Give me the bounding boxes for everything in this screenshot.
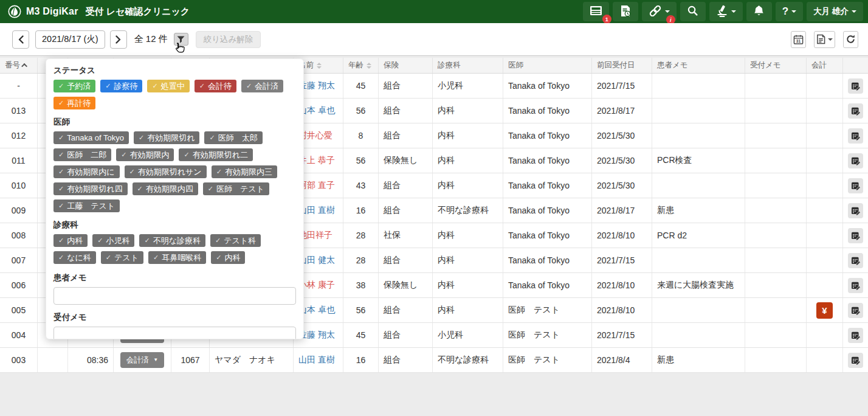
check-icon: ✓	[152, 82, 157, 90]
user-menu-button[interactable]: 大月 雄介	[807, 2, 863, 21]
filter-badge[interactable]: ✓会計済	[241, 80, 283, 92]
refresh-button[interactable]	[843, 31, 858, 48]
sort-ascending-icon	[21, 63, 27, 69]
check-icon: ✓	[209, 134, 215, 142]
edit-reservation-button[interactable]	[848, 128, 863, 144]
calendar-edit-icon	[851, 331, 861, 340]
cell-insurance: 社保	[379, 223, 433, 248]
app-header: M3 DigiKar 受付 レセ確認クリニック 1	[0, 0, 868, 23]
calendar-edit-icon	[851, 231, 861, 240]
edit-reservation-button[interactable]	[848, 153, 863, 168]
cell-last-visit: 2021/8/10	[592, 298, 652, 322]
filter-badge[interactable]: ✓小児科	[92, 234, 134, 247]
header-patient-memo: 患者メモ	[652, 58, 745, 73]
calendar-view-button[interactable]: 31	[791, 31, 806, 48]
cell-last-visit: 2021/7/15	[592, 248, 652, 272]
filter-badge[interactable]: ✓診察待	[100, 80, 142, 92]
patient-name-link[interactable]: 山田 直樹	[298, 355, 335, 366]
filter-badge[interactable]: ✓Tanaka of Tokyo	[53, 131, 129, 144]
filter-badge[interactable]: ✓有効期限切れ	[134, 131, 200, 144]
document-clock-icon	[619, 5, 632, 19]
cell-accept-time: 08:36	[68, 348, 114, 372]
calendar-icon: 31	[793, 34, 804, 45]
filter-badge[interactable]: ✓テスト科	[210, 234, 261, 247]
cell-patient-memo	[652, 298, 745, 322]
edit-reservation-button[interactable]	[848, 228, 863, 243]
lab-menu-button[interactable]	[709, 2, 743, 21]
search-button[interactable]	[680, 2, 706, 21]
cell-edit	[843, 198, 868, 223]
filter-badge[interactable]: ✓有効期限内三	[212, 165, 277, 178]
filter-badge[interactable]: ✓予約済	[53, 80, 95, 92]
cell-last-visit: 2021/8/10	[592, 223, 652, 248]
calendar-edit-icon	[851, 356, 861, 365]
header-age[interactable]: 年齢	[343, 58, 379, 73]
document-history-button[interactable]	[613, 2, 638, 21]
filter-badge[interactable]: ✓医師 太郎	[204, 131, 262, 144]
filter-badge[interactable]: ✓医師 テスト	[203, 182, 269, 195]
filter-badge[interactable]: ✓有効期限内	[116, 148, 174, 161]
help-menu-button[interactable]: ?	[776, 2, 803, 21]
edit-reservation-button[interactable]	[848, 278, 863, 293]
cell-reception-memo	[745, 323, 807, 347]
filter-badge[interactable]: ✓内科	[53, 234, 88, 247]
filter-badge[interactable]: ✓有効期限切れ四	[53, 182, 128, 195]
edit-reservation-button[interactable]	[848, 353, 863, 368]
filter-badge[interactable]: ✓不明な診療科	[139, 234, 205, 247]
filter-badge[interactable]: ✓なに科	[53, 251, 96, 264]
prev-day-button[interactable]	[12, 30, 29, 49]
link-menu-button[interactable]: i	[642, 2, 677, 21]
filter-badge[interactable]: ✓テスト	[101, 251, 143, 264]
clear-filter-button: 絞り込み解除	[196, 31, 261, 48]
status-dropdown[interactable]: 会計済▼	[120, 352, 164, 368]
cell-age: 45	[343, 74, 379, 98]
edit-reservation-button[interactable]	[848, 203, 863, 218]
edit-reservation-button[interactable]	[848, 103, 863, 119]
filter-badge[interactable]: ✓処置中	[147, 80, 189, 92]
filter-badge[interactable]: ✓会計待	[195, 80, 236, 92]
cell-patient-id: 1067	[171, 348, 210, 372]
chevron-right-icon	[115, 35, 122, 44]
cell-last-visit: 2021/5/30	[592, 123, 652, 148]
edit-reservation-button[interactable]	[848, 328, 863, 343]
filter-badge[interactable]: ✓有効期限切れ二	[179, 148, 253, 161]
check-icon: ✓	[144, 237, 150, 244]
cell-age: 56	[343, 298, 379, 322]
filter-badge[interactable]: ✓医師 二郎	[53, 148, 111, 161]
reception-list-button[interactable]: 1	[583, 2, 609, 21]
edit-reservation-button[interactable]	[848, 303, 863, 318]
cell-doctor: Tanaka of Tokyo	[503, 148, 592, 173]
cell-last-visit: 2021/8/4	[592, 348, 652, 372]
reception-memo-input[interactable]	[53, 327, 296, 339]
check-icon: ✓	[58, 82, 64, 90]
header-number[interactable]: 番号	[0, 58, 38, 73]
cell-number: 007	[0, 248, 38, 272]
edit-reservation-button[interactable]	[848, 78, 863, 94]
list-view-button[interactable]	[814, 31, 835, 48]
filter-badge[interactable]: ✓工藤 テスト	[53, 199, 120, 212]
filter-badge[interactable]: ✓内科	[211, 251, 245, 264]
filter-badge[interactable]: ✓有効期限切れサン	[125, 165, 207, 178]
cell-edit	[843, 123, 868, 148]
filter-badge[interactable]: ✓耳鼻咽喉科	[148, 251, 206, 264]
filter-badge[interactable]: ✓有効期限内に	[53, 165, 120, 178]
filter-badge[interactable]: ✓再計待	[53, 97, 95, 109]
cell-patient-memo	[652, 248, 745, 272]
cell-insurance: 保険無し	[379, 273, 433, 297]
check-icon: ✓	[58, 99, 64, 107]
notifications-button[interactable]	[746, 2, 772, 21]
filter-button[interactable]	[174, 33, 188, 46]
cell-doctor: 医師 テスト	[503, 348, 592, 372]
edit-reservation-button[interactable]	[848, 253, 863, 268]
cell-number: 012	[0, 123, 38, 148]
next-day-button[interactable]	[110, 30, 127, 49]
cell-age: 28	[343, 223, 379, 248]
payment-button[interactable]: ¥	[816, 302, 833, 319]
filter-badge[interactable]: ✓有効期限内四	[133, 182, 198, 195]
check-icon: ✓	[58, 151, 64, 159]
cell-number: 005	[0, 298, 38, 322]
patient-memo-input[interactable]	[53, 287, 296, 305]
edit-reservation-button[interactable]	[848, 178, 863, 193]
date-display[interactable]: 2021/8/17 (火)	[35, 30, 105, 49]
cell-payment	[807, 148, 843, 173]
